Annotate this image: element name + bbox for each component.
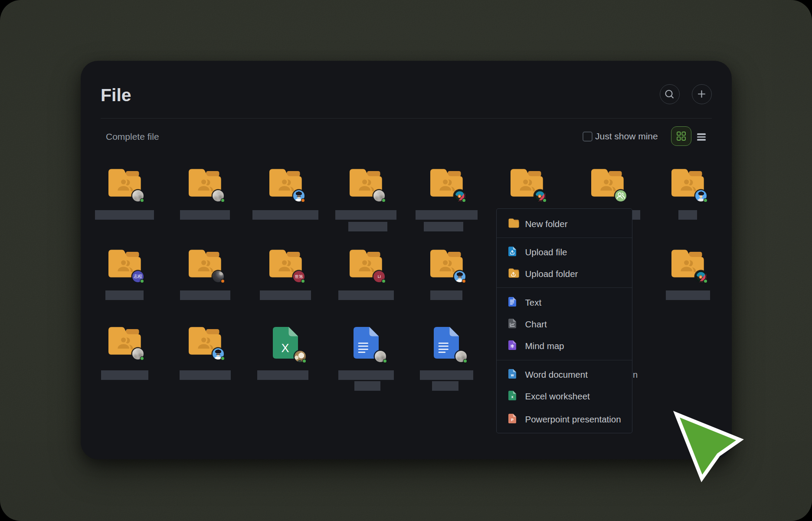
svg-text:X: X: [282, 341, 289, 354]
svg-text:x: x: [511, 395, 513, 399]
svg-text:P: P: [511, 418, 514, 422]
svg-text:w: w: [510, 373, 514, 377]
